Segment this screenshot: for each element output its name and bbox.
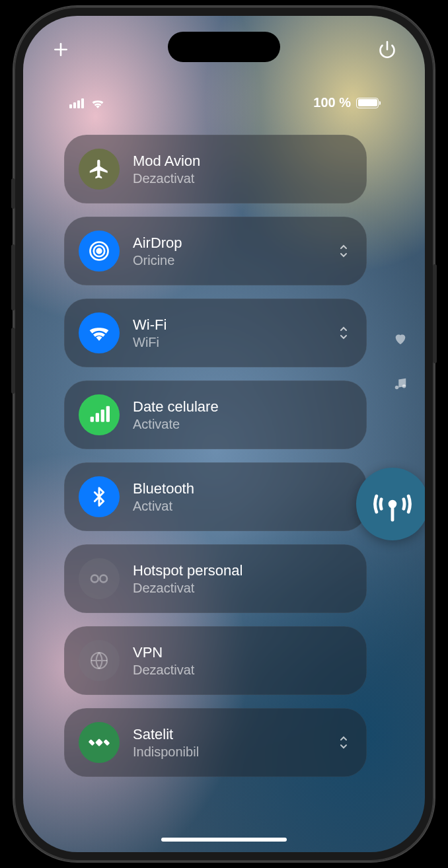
antenna-icon <box>373 485 412 523</box>
hardware-button <box>11 328 15 394</box>
control-subtitle: Dezactivat <box>133 581 243 596</box>
svg-point-7 <box>395 386 399 390</box>
control-satellite[interactable]: Satelit Indisponibil <box>64 708 367 777</box>
airplane-icon <box>79 149 120 190</box>
control-title: Hotspot personal <box>133 562 243 579</box>
expand-icon[interactable] <box>338 735 350 750</box>
heart-icon <box>393 332 408 346</box>
expand-icon[interactable] <box>338 243 350 259</box>
control-subtitle: WiFi <box>133 335 167 350</box>
svg-rect-16 <box>101 410 104 422</box>
svg-point-8 <box>402 384 406 388</box>
control-title: AirDrop <box>133 235 182 252</box>
control-airplane-mode[interactable]: Mod Avion Dezactivat <box>64 135 367 203</box>
page-indicators[interactable] <box>393 332 408 391</box>
control-subtitle: Activat <box>133 499 194 514</box>
plus-icon <box>52 41 69 58</box>
svg-rect-3 <box>69 104 72 108</box>
hotspot-icon <box>79 558 120 599</box>
svg-rect-5 <box>77 100 80 108</box>
svg-point-18 <box>91 575 98 583</box>
control-subtitle: Indisponibil <box>133 744 199 760</box>
svg-rect-4 <box>73 102 76 108</box>
control-title: VPN <box>133 644 194 661</box>
svg-point-19 <box>100 575 107 583</box>
control-subtitle: Activate <box>133 417 219 432</box>
home-indicator[interactable] <box>161 838 287 842</box>
svg-rect-21 <box>95 739 103 746</box>
control-airdrop[interactable]: AirDrop Oricine <box>64 217 367 285</box>
control-wifi[interactable]: Wi-Fi WiFi <box>64 299 367 367</box>
control-title: Date celulare <box>133 398 219 416</box>
cellular-icon <box>79 394 120 435</box>
svg-rect-6 <box>81 98 84 108</box>
power-icon <box>378 40 396 59</box>
svg-rect-15 <box>96 413 99 421</box>
svg-rect-23 <box>103 739 110 746</box>
music-note-icon <box>393 377 408 391</box>
control-title: Wi-Fi <box>133 316 167 334</box>
control-bluetooth[interactable]: Bluetooth Activat <box>64 462 367 531</box>
wifi-icon <box>79 312 120 353</box>
connectivity-controls: Mod Avion Dezactivat AirDrop Oricine <box>64 135 367 813</box>
battery-percentage: 100 % <box>313 95 351 110</box>
connectivity-page-indicator[interactable] <box>356 468 425 540</box>
satellite-icon <box>79 722 120 763</box>
power-button[interactable] <box>373 36 401 63</box>
phone-frame: 100 % Mod Avion <box>14 7 434 861</box>
airdrop-icon <box>79 231 120 271</box>
control-hotspot[interactable]: Hotspot personal Dezactivat <box>64 544 367 613</box>
screen: 100 % Mod Avion <box>23 16 425 852</box>
bluetooth-icon <box>79 476 120 517</box>
control-subtitle: Oricine <box>133 253 182 268</box>
control-subtitle: Dezactivat <box>133 663 194 678</box>
control-title: Bluetooth <box>133 480 194 497</box>
hardware-button <box>11 244 15 310</box>
svg-rect-17 <box>106 406 110 422</box>
svg-point-11 <box>97 249 102 254</box>
cellular-signal-icon <box>69 98 85 108</box>
wifi-status-icon <box>91 98 105 108</box>
control-subtitle: Dezactivat <box>133 171 200 186</box>
dynamic-island <box>168 32 280 62</box>
control-cellular-data[interactable]: Date celulare Activate <box>64 380 367 449</box>
vpn-icon <box>79 640 120 681</box>
add-button[interactable] <box>47 36 75 63</box>
svg-rect-22 <box>89 739 95 746</box>
status-bar: 100 % <box>23 95 425 110</box>
control-title: Mod Avion <box>133 153 200 170</box>
expand-icon[interactable] <box>338 325 350 341</box>
svg-rect-14 <box>91 417 94 422</box>
hardware-button <box>433 264 437 363</box>
hardware-button <box>11 178 15 209</box>
control-title: Satelit <box>133 726 199 743</box>
battery-icon <box>356 98 379 108</box>
control-vpn[interactable]: VPN Dezactivat <box>64 626 367 695</box>
